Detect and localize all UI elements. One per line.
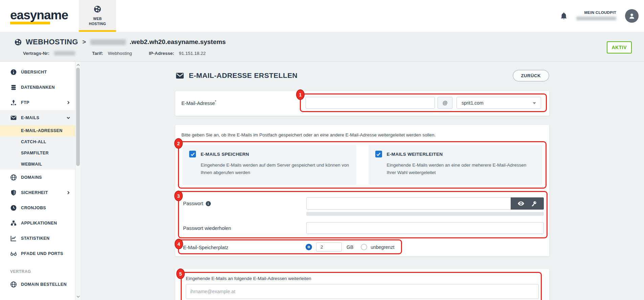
annotation-marker-5: 5 [176,269,185,279]
annotation-rect-1: 1 @ sprit1.com [300,93,547,112]
generate-password-key-icon[interactable] [531,201,537,207]
scroll-up-icon[interactable] [76,63,80,67]
option-desc-weiterleiten: Eingehende E-Mails werden an eine oder m… [387,162,536,177]
ip-value: 91.151.18.22 [179,51,206,56]
page-title: E-MAIL-ADRESSE ERSTELLEN [189,71,297,80]
password-repeat-input[interactable] [306,222,544,234]
email-address-card: E-Mail-Adresse* 1 @ sprit1.com [175,91,549,116]
sidebar-item-partial[interactable] [0,296,75,300]
quota-label: E-Mail-Speicherplatz [183,245,228,250]
sidebar-item-emails[interactable]: E-MAILS [0,110,75,125]
contract-number-label: Vertrags-Nr: [23,51,49,56]
sidebar-item-uebersicht[interactable]: ÜBERSICHT [0,64,75,80]
required-mark: * [215,100,216,104]
globe-icon [10,174,17,181]
domain-select[interactable]: sprit1.com [457,97,541,109]
tariff-value: Webhosting [108,51,132,56]
sidebar-subitem-spamfilter[interactable]: SPAMFILTER [0,147,75,158]
context-band: WEBHOSTING > .web2.wh20.easyname.systems… [0,32,644,62]
chart-line-icon [10,235,17,242]
clock-icon [10,205,17,211]
annotation-rect-2: 2 E-MAILS SPEICHERN Eingehende E-Mails w… [178,141,547,189]
main-area: E-MAIL-ADRESSE ERSTELLEN ZURÜCK E-Mail-A… [81,62,644,300]
sidebar-subitem-webmail[interactable]: WEBMAIL [0,158,75,170]
mode-intro-text: Bitte geben Sie an, ob Ihre E-Mails im P… [181,132,436,137]
breadcrumb-webhosting[interactable]: WEBHOSTING [26,38,78,46]
sidebar-item-domain-bestellen[interactable]: DOMAIN BESTELLEN [0,277,75,292]
radio-limited-selected[interactable] [306,244,312,250]
sidebar-item-applikationen[interactable]: APPLIKATIONEN [0,215,75,231]
option-panel-speichern: E-MAILS SPEICHERN Eingehende E-Mails wer… [182,145,356,185]
password-input[interactable] [306,197,544,210]
info-icon [10,69,17,76]
forwarding-address-input[interactable] [186,284,539,299]
sidebar-section-vertrag: VERTRAG [0,261,75,277]
globe-brand-icon [93,5,102,13]
chevron-down-icon [66,116,70,120]
domain-selected-value: sprit1.com [462,100,484,106]
subdomain-redacted [90,39,126,45]
easyname-logo[interactable]: easyname [10,9,68,24]
contract-number-redacted [54,51,75,56]
sidebar-item-datenbanken[interactable]: DATENBANKEN [0,80,75,95]
account-name-redacted [576,17,616,20]
tab-webhosting-label: WEB HOSTING [89,16,106,26]
back-button[interactable]: ZURÜCK [513,70,549,82]
caret-down-icon [533,102,536,104]
annotation-marker-2: 2 [174,138,183,149]
sidebar-item-sicherheit[interactable]: SICHERHEIT [0,185,75,200]
page-header: E-MAIL-ADRESSE ERSTELLEN ZURÜCK [175,70,549,81]
scrollbar-thumb[interactable] [76,68,80,166]
top-header: easyname WEB HOSTING MEIN CLOUDPIT [0,0,644,32]
show-password-eye-icon[interactable] [518,201,524,206]
quota-value-input[interactable] [316,242,342,252]
breadcrumb-domain: .web2.wh20.easyname.systems [130,38,226,46]
annotation-rect-5: 5 Eingehende E-Mails an folgende E-Mail-… [181,272,542,300]
password-label: Passwort i [183,201,211,206]
email-address-label: E-Mail-Adresse* [181,100,216,106]
password-repeat-label: Passwort wiederholen [183,226,231,231]
sidebar-item-ftp[interactable]: FTP [0,95,75,110]
email-local-part-input[interactable] [306,97,435,109]
database-icon [10,84,17,91]
tariff-label: Tarif: [92,51,103,56]
quota-controls: GB unbegrenzt [306,242,394,252]
sidebar-item-cronjobs[interactable]: CRONJOBS [0,200,75,215]
sidebar-subitem-email-adressen[interactable]: E-MAIL-ADRESSEN [0,125,75,136]
sidebar-group-emails: E-MAILS E-MAIL-ADRESSEN CATCH-ALL SPAMFI… [0,110,75,170]
account-menu[interactable]: MEIN CLOUDPIT [576,10,616,22]
sidebar-scrollbar[interactable] [75,62,81,300]
email-settings-card: Bitte geben Sie an, ob Ihre E-Mails im P… [175,125,549,256]
info-icon[interactable]: i [206,201,211,206]
contract-info-row: Vertrags-Nr: Tarif: Webhosting IP-Adress… [23,51,206,56]
radio-unlimited[interactable] [361,244,367,250]
tab-webhosting[interactable]: WEB HOSTING [79,0,116,32]
annotation-marker-3: 3 [174,191,183,201]
glasses-icon [10,250,17,257]
avatar[interactable] [625,9,639,23]
checkbox-emails-speichern[interactable] [189,151,196,157]
at-sign-box: @ [438,97,452,109]
annotation-marker-4: 4 [175,239,183,249]
sidebar-nav: ÜBERSICHT DATENBANKEN FTP E-MAILS E-MAIL… [0,62,75,300]
forwarding-card: 5 Eingehende E-Mails an folgende E-Mail-… [175,269,549,300]
option-panel-weiterleiten: E-MAILS WEITERLEITEN Eingehende E-Mails … [369,145,542,185]
checkbox-emails-weiterleiten[interactable] [375,151,382,157]
globe-brand-icon-small [14,38,22,46]
option-title-weiterleiten: E-MAILS WEITERLEITEN [387,152,443,157]
unlimited-label: unbegrenzt [371,244,394,250]
sidebar-subitem-catch-all[interactable]: CATCH-ALL [0,136,75,147]
upload-icon [10,99,17,106]
password-buttons [511,197,544,210]
bell-icon[interactable] [560,12,568,20]
sidebar-item-domains[interactable]: DOMAINS [0,170,75,185]
chevron-right-icon [66,191,70,195]
password-strength-bar [306,212,544,216]
scroll-down-icon[interactable] [76,295,80,299]
ip-label: IP-Adresse: [149,51,174,56]
sidebar-item-pfade-und-ports[interactable]: PFADE UND PORTS [0,246,75,261]
chevron-right-icon [66,101,70,105]
logo-underline [10,22,50,24]
option-title-speichern: E-MAILS SPEICHERN [201,152,249,157]
sidebar-item-statistiken[interactable]: STATISTIKEN [0,231,75,246]
